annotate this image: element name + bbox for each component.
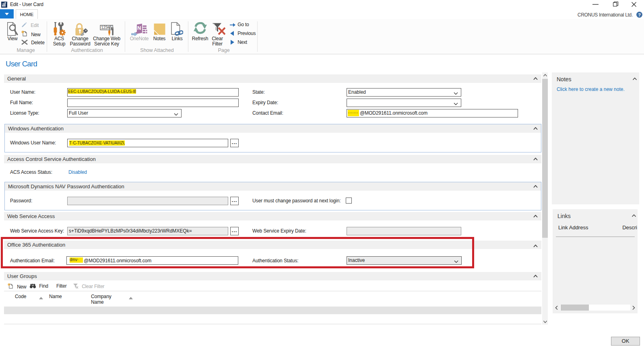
svg-text:?: ? [638, 12, 641, 17]
svg-text:N: N [137, 25, 141, 31]
svg-text:12345: 12345 [101, 25, 112, 30]
